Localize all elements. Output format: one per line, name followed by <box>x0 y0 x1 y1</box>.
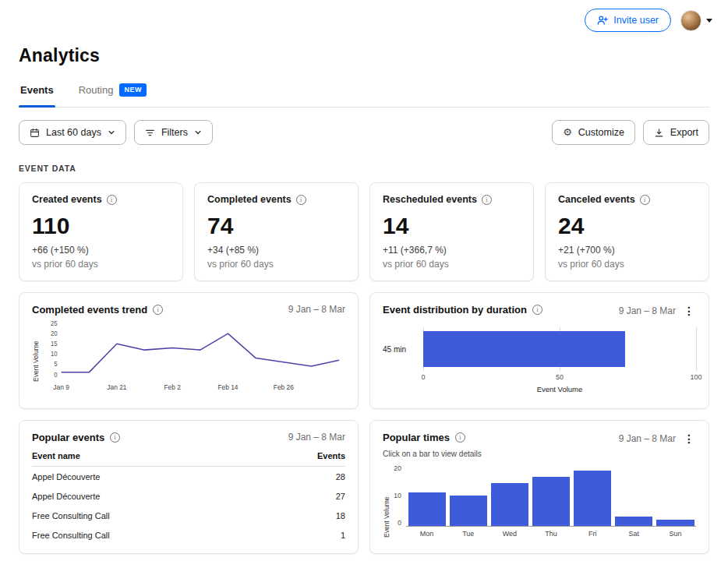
bar[interactable] <box>574 471 611 526</box>
duration-plot <box>423 327 696 371</box>
chevron-down-icon <box>706 19 712 23</box>
svg-text:Jan 9: Jan 9 <box>53 383 69 391</box>
stat-title: Canceled events <box>558 194 635 205</box>
main-content: Analytics Events Routing NEW <box>0 45 728 554</box>
stat-card-completed-events: Completed events 74 +34 (+85 %) vs prior… <box>194 182 359 281</box>
column-header-event-name: Event name <box>32 451 80 460</box>
stat-caption: vs prior 60 days <box>383 259 521 270</box>
info-icon[interactable] <box>107 195 117 205</box>
stat-card-canceled-events: Canceled events 24 +21 (+700 %) vs prior… <box>545 182 709 281</box>
stat-delta: +11 (+366,7 %) <box>383 245 521 256</box>
date-range-label: Last 60 days <box>46 127 101 138</box>
table-row[interactable]: Free Consulting Call 1 <box>32 525 345 545</box>
export-icon <box>654 128 664 138</box>
date-range-dropdown[interactable]: Last 60 days <box>19 120 126 145</box>
export-button[interactable]: Export <box>643 120 709 145</box>
x-tick-label: 50 <box>556 373 564 381</box>
tab-routing[interactable]: Routing NEW <box>77 79 148 107</box>
popular-times-bar-sat[interactable] <box>613 464 655 526</box>
event-distribution-by-duration-card: Event distribution by duration 9 Jan – 8… <box>369 292 709 409</box>
card-title: Popular events <box>32 432 104 443</box>
info-icon[interactable] <box>482 195 492 205</box>
info-icon[interactable] <box>640 195 650 205</box>
page-title: Analytics <box>19 45 709 66</box>
calendar-icon <box>30 128 40 138</box>
x-tick-label: Sat <box>613 530 655 538</box>
gridline <box>696 327 697 371</box>
x-tick-label: Tue <box>447 530 489 538</box>
popular-times-bar-sun[interactable] <box>655 464 696 526</box>
bar[interactable] <box>656 520 694 526</box>
popular-times-bar-wed[interactable] <box>489 464 530 526</box>
x-tick-label: Wed <box>489 530 530 538</box>
svg-text:10: 10 <box>51 351 58 358</box>
info-icon[interactable] <box>296 195 306 205</box>
bottom-row: Popular events 9 Jan – 8 Mar Event name … <box>19 420 709 554</box>
info-icon[interactable] <box>532 305 542 315</box>
info-icon[interactable] <box>455 432 465 443</box>
section-label-event-data: EVENT DATA <box>19 164 709 173</box>
svg-text:25: 25 <box>51 320 58 327</box>
kebab-menu-icon[interactable] <box>682 304 696 318</box>
bar[interactable] <box>615 517 652 526</box>
duration-category-label: 45 min <box>383 345 423 354</box>
account-menu[interactable] <box>680 10 712 31</box>
avatar[interactable] <box>680 10 701 31</box>
popular-events-table: Event name Events Appel Découverte 28 Ap… <box>32 451 345 545</box>
duration-bar[interactable] <box>423 331 625 367</box>
customize-button[interactable]: Customize <box>552 120 635 145</box>
event-name-cell: Free Consulting Call <box>32 511 110 520</box>
analytics-page: Invite user Analytics Events Routing NEW <box>0 0 728 554</box>
card-title: Popular times <box>383 432 450 443</box>
invite-user-button[interactable]: Invite user <box>585 9 671 32</box>
tab-bar: Events Routing NEW <box>19 79 709 108</box>
info-icon[interactable] <box>153 305 163 315</box>
popular-times-plot <box>406 464 696 527</box>
bar[interactable] <box>491 483 528 526</box>
svg-text:5: 5 <box>54 361 58 368</box>
filters-dropdown[interactable]: Filters <box>134 120 213 145</box>
y-tick-label: 0 <box>398 519 401 527</box>
table-row[interactable]: Appel Découverte 27 <box>32 486 345 506</box>
table-row[interactable]: Free Consulting Call 18 <box>32 506 345 525</box>
event-name-cell: Free Consulting Call <box>32 531 110 540</box>
x-axis-label: Event Volume <box>423 385 696 393</box>
filters-label: Filters <box>161 127 188 138</box>
bar[interactable] <box>532 477 570 526</box>
info-icon[interactable] <box>110 432 120 443</box>
tab-events[interactable]: Events <box>19 79 55 107</box>
y-tick-label: 10 <box>394 492 401 499</box>
bar[interactable] <box>408 492 446 526</box>
stat-card-rescheduled-events: Rescheduled events 14 +11 (+366,7 %) vs … <box>369 182 534 281</box>
svg-text:Feb 14: Feb 14 <box>217 383 238 391</box>
bar[interactable] <box>450 496 487 527</box>
popular-times-bar-tue[interactable] <box>447 464 489 526</box>
svg-text:15: 15 <box>51 340 58 348</box>
event-name-cell: Appel Découverte <box>32 492 100 501</box>
stat-value: 74 <box>207 213 345 239</box>
chevron-down-icon <box>108 129 115 136</box>
topbar: Invite user <box>0 0 728 34</box>
popular-times-chart-area: Event Volume 20100 MonTueWedThuFriSatSun <box>383 464 696 538</box>
popular-times-bar-thu[interactable] <box>530 464 571 526</box>
export-label: Export <box>670 127 698 138</box>
popular-times-bar-fri[interactable] <box>572 464 613 526</box>
toolbar-left: Last 60 days Filters <box>19 120 213 145</box>
duration-chart-area: 45 min 050100 Event Volume <box>383 327 696 393</box>
stat-value: 110 <box>32 213 170 239</box>
toolbar-right: Customize Export <box>552 120 709 145</box>
x-tick-label: Thu <box>530 530 571 538</box>
table-row[interactable]: Appel Découverte 28 <box>32 467 345 486</box>
line-chart-area: Event Volume 0510152025Jan 9Jan 21Feb 2F… <box>32 319 345 393</box>
popular-times-bar-mon[interactable] <box>406 464 447 526</box>
date-range-text: 9 Jan – 8 Mar <box>619 305 676 316</box>
stat-title: Rescheduled events <box>383 194 477 205</box>
popular-events-card: Popular events 9 Jan – 8 Mar Event name … <box>19 420 359 554</box>
stat-caption: vs prior 60 days <box>207 259 345 270</box>
card-title: Completed events trend <box>32 304 147 316</box>
svg-text:Feb 26: Feb 26 <box>274 383 294 391</box>
charts-row: Completed events trend 9 Jan – 8 Mar Eve… <box>19 292 709 409</box>
event-count-cell: 28 <box>336 472 345 482</box>
invite-user-label: Invite user <box>613 15 659 26</box>
kebab-menu-icon[interactable] <box>682 432 696 446</box>
